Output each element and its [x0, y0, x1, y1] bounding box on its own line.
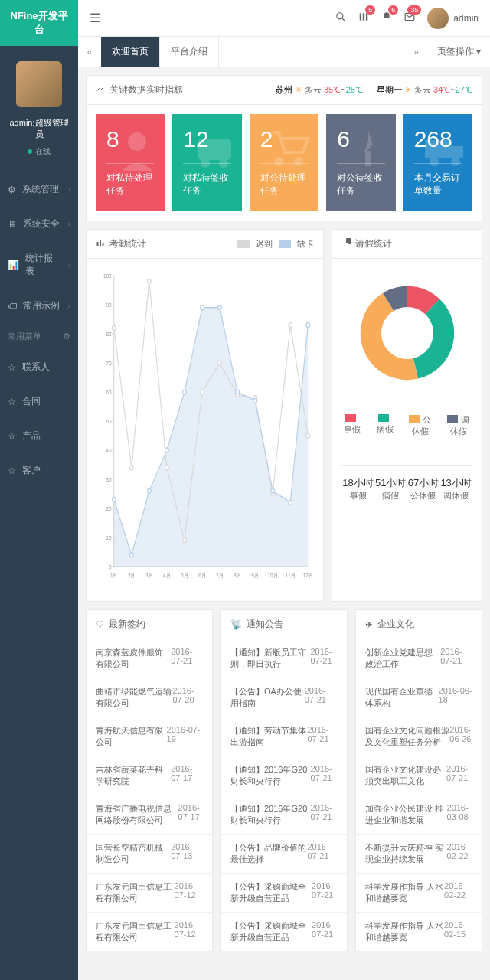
star-icon: ☆ [8, 431, 16, 442]
gear-icon[interactable]: ⚙ [63, 332, 70, 341]
list-icon: 📡 [230, 619, 242, 630]
list-icon: ♡ [96, 619, 104, 630]
kpi-card-3[interactable]: 6对公待签收任务 [326, 114, 395, 211]
list-item[interactable]: 【公告】采购商城全新升级自营正品2016-07-21 [221, 913, 347, 952]
line-legend: 迟到 缺卡 [237, 238, 314, 250]
nav-icon: 🖥 [8, 219, 17, 230]
svg-rect-3 [363, 13, 364, 20]
list-item[interactable]: 吉林省蔬菜花卉科学研究院2016-07-17 [87, 756, 212, 795]
svg-point-73 [201, 305, 204, 310]
nav-item-2[interactable]: 📊统计报表› [0, 241, 78, 289]
list-item[interactable]: 【通知】新版员工守则，即日执行2016-07-21 [221, 639, 347, 678]
list-item[interactable]: 【公告】OA办公使用指南2016-07-21 [221, 678, 347, 717]
chevron-right-icon: › [68, 261, 70, 270]
svg-text:1月: 1月 [110, 571, 118, 579]
kpi-card-1[interactable]: 12对私待签收任务 [172, 114, 241, 211]
svg-text:3月: 3月 [145, 571, 153, 579]
list-item[interactable]: 科学发展作指导 人水和谐越要宽2016-02-15 [356, 913, 482, 952]
list-title: 最新签约 [109, 618, 145, 631]
nav-sub-3[interactable]: ☆客户 [0, 453, 78, 488]
svg-rect-2 [360, 13, 361, 20]
tab-ops-menu[interactable]: 页签操作 ▾ [428, 45, 490, 58]
menu-toggle-icon[interactable]: ☰ [90, 11, 100, 25]
nav-item-1[interactable]: 🖥系统安全› [0, 207, 78, 241]
nav-sub-2[interactable]: ☆产品 [0, 419, 78, 453]
list-icon: ✈ [365, 619, 373, 630]
pie-chart-icon [341, 238, 351, 250]
list-item[interactable]: 【公告】采购商城全新升级自营正品2016-07-21 [221, 874, 347, 913]
tab-intro[interactable]: 平台介绍 [160, 37, 219, 67]
svg-text:2月: 2月 [128, 571, 136, 579]
svg-text:70: 70 [106, 359, 112, 367]
svg-rect-14 [452, 146, 463, 158]
kpi-card-2[interactable]: 2对公待处理任务 [250, 114, 318, 211]
nav-sub-0[interactable]: ☆联系人 [0, 350, 78, 384]
svg-point-76 [253, 398, 257, 403]
nav-icon: ⚙ [8, 185, 16, 195]
svg-point-60 [183, 538, 187, 543]
svg-point-72 [183, 390, 187, 394]
svg-rect-7 [198, 139, 231, 160]
svg-text:10: 10 [106, 534, 112, 541]
user-avatar[interactable] [16, 61, 62, 107]
sidebar: NFine开发平台 admin;超级管理员 在线 ⚙系统管理›🖥系统安全›📊统计… [0, 0, 78, 980]
star-icon: ☆ [8, 397, 16, 407]
donut-stat-2: 67小时公休假 [408, 476, 439, 501]
list-item[interactable]: 【公告】品牌价值的最佳选择2016-07-21 [221, 835, 347, 874]
list-item[interactable]: 南京森蓝皮件服饰有限公司2016-07-21 [87, 639, 212, 678]
svg-point-61 [201, 390, 204, 394]
list-item[interactable]: 【通知】2016年G20财长和央行行2016-07-21 [221, 756, 347, 795]
svg-text:80: 80 [106, 330, 112, 338]
nav-sub-1[interactable]: ☆合同 [0, 384, 78, 419]
list-item[interactable]: 曲靖市绿能燃气运输有限公司2016-07-20 [87, 678, 212, 717]
svg-rect-17 [97, 242, 99, 246]
list-item[interactable]: 青海省广播电视信息网络股份有限公司2016-07-17 [87, 795, 212, 835]
list-item[interactable]: 科学发展作指导 人水和谐越要宽2016-02-22 [356, 874, 482, 913]
list-item[interactable]: 青海航天信息有限公司2016-07-19 [87, 717, 212, 756]
search-icon[interactable] [335, 11, 346, 24]
list-item[interactable]: 现代国有企业董德体系构2016-06-18 [356, 678, 482, 717]
leave-title: 请假统计 [355, 237, 392, 250]
nav-item-0[interactable]: ⚙系统管理› [0, 172, 78, 207]
svg-text:20: 20 [106, 505, 112, 512]
brand-logo: NFine开发平台 [0, 0, 78, 46]
svg-point-15 [430, 157, 439, 166]
bell-icon[interactable]: 6 [381, 11, 392, 24]
tab-next-icon[interactable]: » [405, 47, 428, 57]
svg-point-11 [294, 157, 303, 166]
tab-bar: « 欢迎首页 平台介绍 » 页签操作 ▾ [78, 37, 490, 67]
list-item[interactable]: 加强企业公民建设 推进企业和谐发展2016-03-08 [356, 795, 482, 835]
attendance-title: 考勤统计 [109, 237, 146, 250]
kpi-card-4[interactable]: 268本月交易订单数量 [403, 114, 472, 211]
mail-icon[interactable]: 35 [404, 11, 415, 24]
svg-point-6 [128, 132, 146, 151]
svg-text:30: 30 [106, 475, 112, 483]
list-panel-2: ✈企业文化创新企业党建思想政治工作2016-07-21现代国有企业董德体系构20… [355, 609, 482, 952]
weather-block: 苏州 ☀ 多云 35℃~28℃ 星期一 ☀ 多云 34℃~27℃ [276, 84, 472, 96]
list-item[interactable]: 国有企业文化建设必须突出职工文化2016-07-21 [356, 756, 482, 795]
donut-stat-3: 13小时调休假 [440, 476, 471, 501]
list-item[interactable]: 国有企业文化问题根源及文化重塑任务分析2016-06-26 [356, 717, 482, 756]
nav-item-3[interactable]: 🏷常用示例› [0, 289, 78, 323]
tab-prev-icon[interactable]: « [78, 47, 101, 57]
tasks-icon[interactable]: 5 [358, 11, 369, 24]
user-menu[interactable]: admin [427, 8, 479, 29]
chevron-right-icon: › [68, 220, 70, 228]
kpi-card-0[interactable]: 8对私待处理任务 [96, 114, 165, 211]
tab-home[interactable]: 欢迎首页 [101, 37, 160, 67]
donut-legend: 事假病假公休假调休假 [341, 414, 472, 437]
list-item[interactable]: 国营长空精密机械制造公司2016-07-13 [87, 835, 212, 874]
attendance-chart: 01020304050607080901001月2月3月4月5月6月7月8月9月… [96, 268, 314, 590]
svg-point-66 [289, 323, 292, 328]
svg-point-78 [289, 500, 292, 505]
svg-point-62 [218, 361, 222, 365]
list-item[interactable]: 广东友元国土信息工程有限公司2016-07-12 [87, 913, 212, 952]
svg-point-58 [147, 279, 151, 284]
list-item[interactable]: 【通知】劳动节集体出游指南2016-07-21 [221, 717, 347, 756]
svg-point-71 [165, 448, 169, 452]
list-item[interactable]: 广东友元国土信息工程有限公司2016-07-12 [87, 874, 212, 913]
svg-point-0 [337, 13, 343, 19]
list-item[interactable]: 不断提升大庆精神 实现企业持续发展2016-02-22 [356, 835, 482, 874]
list-item[interactable]: 【通知】2016年G20财长和央行行2016-07-21 [221, 795, 347, 835]
list-item[interactable]: 创新企业党建思想政治工作2016-07-21 [356, 639, 482, 678]
